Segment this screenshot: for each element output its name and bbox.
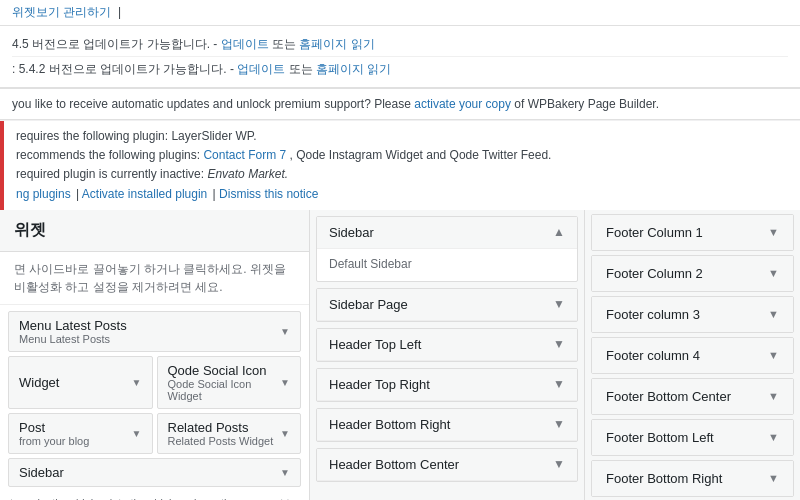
widget-label-widget: Widget <box>19 375 59 390</box>
plugin-recommends-text: recommends the following plugins: <box>16 148 200 162</box>
header-bottom-right-zone: Header Bottom Right ▼ <box>316 408 578 442</box>
footer-col2-chevron: ▼ <box>768 267 779 279</box>
footer-bottom-right-chevron: ▼ <box>768 472 779 484</box>
footer-col3-label: Footer column 3 <box>606 307 700 322</box>
plugin-inactive-text: required plugin is currently inactive: <box>16 167 204 181</box>
widget-pair-4: Sidebar ▼ <box>8 458 301 487</box>
footer-bottom-center-header[interactable]: Footer Bottom Center ▼ <box>592 379 793 414</box>
plugin-recommends-suffix: , Qode Instagram Widget and Qode Twitter… <box>290 148 552 162</box>
sidebar-zone-chevron-up: ▲ <box>553 225 565 239</box>
left-panel-desc: 면 사이드바로 끌어놓기 하거나 클릭하세요. 위젯을 비활성화 하고 설정을 … <box>0 252 309 305</box>
notification-bar: 4.5 버전으로 업데이트가 가능합니다. - 업데이트 또는 홈페이지 읽기 … <box>0 26 800 88</box>
chevron-down-icon: ▼ <box>280 467 290 478</box>
plugin-requires-text: requires the following plugin: LayerSlid… <box>16 129 257 143</box>
left-panel: 위젯 면 사이드바로 끌어놓기 하거나 클릭하세요. 위젯을 비활성화 하고 설… <box>0 210 310 500</box>
footer-col1-zone: Footer Column 1 ▼ <box>591 214 794 251</box>
plugin-recommends-link[interactable]: Contact Form 7 <box>203 148 286 162</box>
footer-bottom-center-zone: Footer Bottom Center ▼ <box>591 378 794 415</box>
sidebar-zone-header[interactable]: Sidebar ▲ <box>317 217 577 249</box>
main-content: 위젯 면 사이드바로 끌어놓기 하거나 클릭하세요. 위젯을 비활성화 하고 설… <box>0 210 800 500</box>
middle-panel: Sidebar ▲ Default Sidebar Sidebar Page ▼… <box>310 210 585 500</box>
footer-col3-zone: Footer column 3 ▼ <box>591 296 794 333</box>
sidebar-zone-label: Sidebar <box>329 225 374 240</box>
activate-plugin-link[interactable]: Activate installed plugin <box>82 187 207 201</box>
widget-item-related-posts[interactable]: Related Posts Related Posts Widget ▼ <box>157 413 302 454</box>
notif1-text: 4.5 버전으로 업데이트가 가능합니다. - <box>12 37 217 51</box>
widget-sub-menu-latest: Menu Latest Posts <box>19 333 127 345</box>
sidebar-zone-content: Default Sidebar <box>317 249 577 281</box>
header-top-right-zone-header[interactable]: Header Top Right ▼ <box>317 369 577 401</box>
notif2-link1[interactable]: 업데이트 <box>237 62 285 76</box>
header-bottom-center-zone-header[interactable]: Header Bottom Center ▼ <box>317 449 577 481</box>
widget-pair-2: Widget ▼ Qode Social Icon Qode Social Ic… <box>8 356 301 409</box>
footer-bottom-right-zone: Footer Bottom Right ▼ <box>591 460 794 497</box>
header-bottom-center-zone-label: Header Bottom Center <box>329 457 459 472</box>
chevron-down-icon: ▼ <box>280 377 290 388</box>
notif2-link2[interactable]: 홈페이지 읽기 <box>316 62 391 76</box>
manage-link-bar: 위젯보기 관리하기 | <box>0 0 800 26</box>
premium-activate-link[interactable]: activate your copy <box>414 97 511 111</box>
notif-row-1: 4.5 버전으로 업데이트가 가능합니다. - 업데이트 또는 홈페이지 읽기 <box>12 32 788 57</box>
plugin-recommends: recommends the following plugins: Contac… <box>16 146 788 165</box>
widget-item-widget[interactable]: Widget ▼ <box>8 356 153 409</box>
header-top-right-zone-label: Header Top Right <box>329 377 430 392</box>
header-top-right-zone: Header Top Right ▼ <box>316 368 578 402</box>
plugin-notice: requires the following plugin: LayerSlid… <box>0 121 800 210</box>
widget-item-post[interactable]: Post from your blog ▼ <box>8 413 153 454</box>
premium-notice-text: you like to receive automatic updates an… <box>12 97 411 111</box>
install-plugins-link[interactable]: ng plugins <box>16 187 71 201</box>
header-top-left-zone-label: Header Top Left <box>329 337 421 352</box>
widget-label-sidebar: Sidebar <box>19 465 64 480</box>
footer-bottom-left-label: Footer Bottom Left <box>606 430 714 445</box>
footer-col2-header[interactable]: Footer Column 2 ▼ <box>592 256 793 291</box>
widget-pair-3: Post from your blog ▼ Related Posts Rela… <box>8 413 301 454</box>
header-bottom-right-zone-header[interactable]: Header Bottom Right ▼ <box>317 409 577 441</box>
footer-col4-chevron: ▼ <box>768 349 779 361</box>
widget-list: Menu Latest Posts Menu Latest Posts ▼ Wi… <box>0 305 309 500</box>
widget-item-sidebar[interactable]: Sidebar ▼ <box>8 458 301 487</box>
widget-sub-related-posts: Related Posts Widget <box>168 435 274 447</box>
footer-bottom-left-zone: Footer Bottom Left ▼ <box>591 419 794 456</box>
sidebar-zone: Sidebar ▲ Default Sidebar <box>316 216 578 282</box>
widget-item-qode-social[interactable]: Qode Social Icon Qode Social Icon Widget… <box>157 356 302 409</box>
notif-row-2: : 5.4.2 버전으로 업데이트가 가능합니다. - 업데이트 또는 홈페이지… <box>12 57 788 81</box>
widget-item-menu-latest[interactable]: Menu Latest Posts Menu Latest Posts ▼ <box>8 311 301 352</box>
notif1-link2[interactable]: 홈페이지 읽기 <box>299 37 374 51</box>
widget-label-menu-latest: Menu Latest Posts <box>19 318 127 333</box>
header-top-left-zone-header[interactable]: Header Top Left ▼ <box>317 329 577 361</box>
left-panel-title: 위젯 <box>0 210 309 252</box>
header-bottom-right-zone-label: Header Bottom Right <box>329 417 450 432</box>
chevron-down-icon: ▼ <box>132 428 142 439</box>
header-top-left-zone: Header Top Left ▼ <box>316 328 578 362</box>
footer-col1-header[interactable]: Footer Column 1 ▼ <box>592 215 793 250</box>
footer-col3-chevron: ▼ <box>768 308 779 320</box>
footer-col3-header[interactable]: Footer column 3 ▼ <box>592 297 793 332</box>
right-panel: Footer Column 1 ▼ Footer Column 2 ▼ Foot… <box>585 210 800 500</box>
header-bottom-center-zone: Header Bottom Center ▼ <box>316 448 578 482</box>
chevron-down-icon: ▼ <box>280 326 290 337</box>
sidebar-page-zone: Sidebar Page ▼ <box>316 288 578 322</box>
header-bottom-center-chevron-down: ▼ <box>553 457 565 471</box>
footer-bottom-right-header[interactable]: Footer Bottom Right ▼ <box>592 461 793 496</box>
footer-col1-label: Footer Column 1 <box>606 225 703 240</box>
plugin-inactive-name: Envato Market. <box>207 167 288 181</box>
header-top-right-chevron-down: ▼ <box>553 377 565 391</box>
widget-sub-qode-social: Qode Social Icon Widget <box>168 378 281 402</box>
header-bottom-right-chevron-down: ▼ <box>553 417 565 431</box>
notif1-link1[interactable]: 업데이트 <box>221 37 269 51</box>
chevron-down-icon: ▼ <box>280 428 290 439</box>
footer-col4-header[interactable]: Footer column 4 ▼ <box>592 338 793 373</box>
sidebar-page-zone-header[interactable]: Sidebar Page ▼ <box>317 289 577 321</box>
footer-bottom-left-header[interactable]: Footer Bottom Left ▼ <box>592 420 793 455</box>
sidebar-page-zone-label: Sidebar Page <box>329 297 408 312</box>
footer-bottom-center-label: Footer Bottom Center <box>606 389 731 404</box>
sidebar-desc: to make the sidebar into the sidebar abo… <box>8 491 301 500</box>
dismiss-notice-link[interactable]: Dismiss this notice <box>219 187 318 201</box>
chevron-down-icon: ▼ <box>132 377 142 388</box>
footer-col1-chevron: ▼ <box>768 226 779 238</box>
manage-link[interactable]: 위젯보기 관리하기 <box>12 5 111 19</box>
footer-bottom-left-chevron: ▼ <box>768 431 779 443</box>
widget-label-post: Post <box>19 420 89 435</box>
premium-notice: you like to receive automatic updates an… <box>0 89 800 120</box>
footer-bottom-right-label: Footer Bottom Right <box>606 471 722 486</box>
